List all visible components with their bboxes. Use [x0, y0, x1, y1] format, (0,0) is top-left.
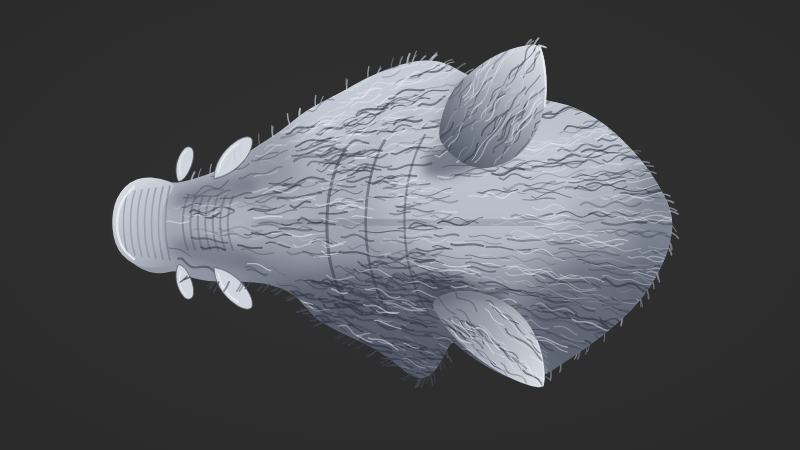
sculpt-viewport[interactable] [0, 0, 800, 450]
render-canvas [0, 0, 800, 450]
